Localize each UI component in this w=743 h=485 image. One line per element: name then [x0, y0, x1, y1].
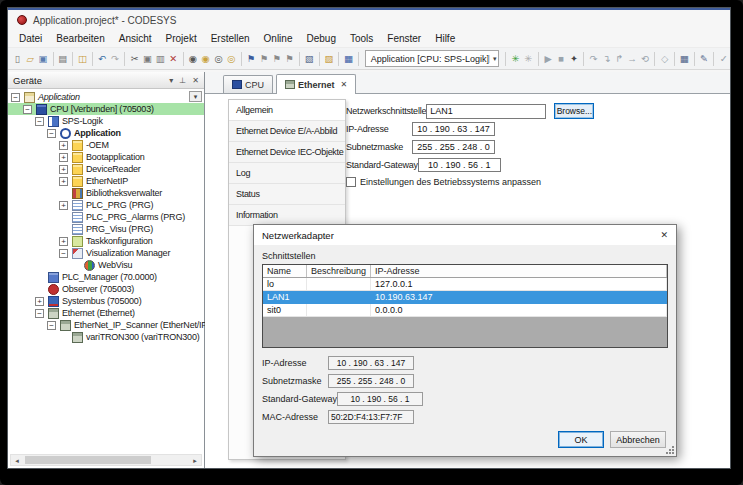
editor-nav-ethernet-device-iec-objekte[interactable]: Ethernet Device IEC-Objekte [229, 142, 345, 163]
panel-close-icon[interactable]: ✕ [192, 76, 199, 85]
expand-toggle-icon[interactable]: − [23, 105, 32, 114]
dialog-resize-grip[interactable] [665, 445, 674, 454]
expand-toggle-icon[interactable]: + [35, 297, 44, 306]
panel-pin-icon[interactable]: ⊥ [179, 76, 186, 85]
toolbar-open-project-button[interactable]: ▱ [25, 51, 36, 67]
tree-item-bootapplication[interactable]: +Bootapplication [8, 151, 204, 163]
interface-row-lan1[interactable]: LAN110.190.63.147 [263, 291, 667, 304]
expand-toggle-icon[interactable]: + [59, 141, 68, 150]
menu-bearbeiten[interactable]: Bearbeiten [49, 30, 111, 47]
editor-nav-information[interactable]: Information [229, 205, 345, 226]
tree-item-sps-logik[interactable]: −SPS-Logik [8, 115, 204, 127]
tree-item-plc-prg-prg[interactable]: +PLC_PRG (PRG) [8, 199, 204, 211]
tree-item-ethernetip[interactable]: +EtherNetIP [8, 175, 204, 187]
toolbar-write-values-button[interactable]: ✓ [718, 51, 729, 67]
toolbar-run-to-cursor-button[interactable]: → [627, 51, 638, 67]
expand-toggle-icon[interactable]: + [59, 153, 68, 162]
ok-button[interactable]: OK [558, 431, 604, 448]
editor-nav-ethernet-device-e-a-abbild[interactable]: Ethernet Device E/A-Abbild [229, 121, 345, 142]
expand-toggle-icon[interactable]: − [35, 309, 44, 318]
toolbar-copy-button[interactable]: ▣ [142, 51, 153, 67]
tree-item-plc-prg-alarms-prg[interactable]: PLC_PRG_Alarms (PRG) [8, 211, 204, 223]
toolbar-find-button[interactable]: ◉ [187, 51, 198, 67]
toolbar-new-project-button[interactable]: ▯ [12, 51, 23, 67]
tree-item-varitron300-varitron300[interactable]: variTRON300 (variTRON300) [8, 331, 204, 343]
active-application-combo[interactable]: Application [CPU: SPS-Logik]▾ [365, 50, 500, 67]
browse-button[interactable]: Browse... [554, 103, 594, 119]
tab-cpu[interactable]: CPU [223, 75, 273, 93]
toolbar-flow-control-button[interactable]: ▦ [679, 51, 690, 67]
tree-item-application[interactable]: −Application▾ [8, 91, 204, 103]
tree-item-ethernet-ethernet[interactable]: −Ethernet (Ethernet) [8, 307, 204, 319]
toolbar-redo-button[interactable]: ↷ [110, 51, 121, 67]
toolbar-replace-all-button[interactable]: ◎ [226, 51, 237, 67]
tree-root-dropdown-icon[interactable]: ▾ [189, 91, 202, 102]
menu-hilfe[interactable]: Hilfe [428, 30, 462, 47]
toolbar-logout-button[interactable]: ✳ [523, 51, 534, 67]
scrollbar-track[interactable] [23, 455, 189, 465]
menu-projekt[interactable]: Projekt [159, 30, 204, 47]
tree-item-bibliotheksverwalter[interactable]: Bibliotheksverwalter [8, 187, 204, 199]
adjust-os-settings-checkbox[interactable] [346, 177, 356, 187]
toolbar-save-button[interactable]: ▣ [38, 51, 49, 67]
toolbar-new-device-button[interactable]: ▨ [324, 51, 335, 67]
tree-item-ethernet-ip-scanner-ethernet-ip-scanner[interactable]: −EtherNet_IP_Scanner (EtherNet/IP Scanne… [8, 319, 204, 331]
subnet-mask-input[interactable] [412, 140, 495, 154]
tab-ethernet[interactable]: Ethernet✕ [276, 74, 356, 94]
toolbar-next-bookmark-button[interactable]: ⚑ [271, 51, 282, 67]
toolbar-incremental-find-button[interactable]: ◉ [200, 51, 211, 67]
toolbar-previous-bookmark-button[interactable]: ⚑ [258, 51, 269, 67]
tree-item-oem[interactable]: +-OEM [8, 139, 204, 151]
tree-item-webvisu[interactable]: WebVisu [8, 259, 204, 271]
editor-nav-allgemein[interactable]: Allgemein [229, 100, 345, 121]
scrollbar-thumb[interactable] [25, 456, 151, 464]
toolbar-reset-button[interactable]: ⟲ [640, 51, 651, 67]
toolbar-print-button[interactable]: ▤ [57, 51, 68, 67]
toolbar-single-cycle-button[interactable]: ◇ [659, 51, 670, 67]
tree-item-cpu-verbunden-705003[interactable]: −CPU [Verbunden] (705003) [8, 103, 204, 115]
toolbar-bookmark-button[interactable]: ⚑ [246, 51, 257, 67]
expand-toggle-icon[interactable]: − [47, 321, 56, 330]
toolbar-paste-button[interactable]: ▥ [155, 51, 166, 67]
toolbar-undo-button[interactable]: ↶ [97, 51, 108, 67]
panel-dropdown-icon[interactable]: ▾ [169, 76, 173, 85]
menu-debug[interactable]: Debug [299, 30, 342, 47]
menu-ansicht[interactable]: Ansicht [112, 30, 159, 47]
tree-item-systembus-705000[interactable]: +Systembus (705000) [8, 295, 204, 307]
default-gateway-input[interactable] [418, 158, 501, 172]
menu-datei[interactable]: Datei [12, 30, 49, 47]
toolbar-force-values-button[interactable]: ✎ [699, 51, 710, 67]
expand-toggle-icon[interactable]: + [59, 177, 68, 186]
tree-item-plc-manager-70-0000[interactable]: PLC_Manager (70.0000) [8, 271, 204, 283]
dialog-close-icon[interactable]: ✕ [660, 230, 668, 240]
network-interface-input[interactable] [426, 104, 546, 119]
scroll-left-icon[interactable]: ◂ [11, 455, 23, 465]
toolbar-online-tools-button[interactable]: ✦ [568, 51, 579, 67]
tree-item-taskkonfiguration[interactable]: +Taskkonfiguration [8, 235, 204, 247]
menu-fenster[interactable]: Fenster [380, 30, 428, 47]
tree-item-devicereader[interactable]: +DeviceReader [8, 163, 204, 175]
tree-item-prg-visu-prg[interactable]: PRG_Visu (PRG) [8, 223, 204, 235]
tree-item-application[interactable]: −Application [8, 127, 204, 139]
menu-erstellen[interactable]: Erstellen [204, 30, 257, 47]
expand-toggle-icon[interactable]: + [59, 201, 68, 210]
toolbar-run-button[interactable]: ▶ [543, 51, 554, 67]
toolbar-step-out-button[interactable]: ↱ [614, 51, 625, 67]
toolbar-step-over-button[interactable]: ↷ [588, 51, 599, 67]
interface-row-lo[interactable]: lo127.0.0.1 [263, 278, 667, 291]
toolbar-monitor-button[interactable]: ▦ [343, 51, 354, 67]
tree-item-observer-705003[interactable]: Observer (705003) [8, 283, 204, 295]
devices-hscrollbar[interactable]: ◂ ▸ [10, 454, 202, 466]
toolbar-login-button[interactable]: ✳ [510, 51, 521, 67]
editor-nav-status[interactable]: Status [229, 184, 345, 205]
tree-item-visualization-manager[interactable]: −Visualization Manager [8, 247, 204, 259]
expand-toggle-icon[interactable]: + [59, 165, 68, 174]
toolbar-step-into-button[interactable]: ↴ [601, 51, 612, 67]
expand-toggle-icon[interactable]: − [11, 93, 20, 102]
menu-tools[interactable]: Tools [343, 30, 380, 47]
toolbar-replace-button[interactable]: ◎ [213, 51, 224, 67]
toolbar-export-button[interactable]: ▧ [304, 51, 315, 67]
toolbar-stop-button[interactable]: ■ [556, 51, 567, 67]
menu-online[interactable]: Online [257, 30, 300, 47]
toolbar-copy-project-button[interactable]: ◫ [77, 51, 88, 67]
